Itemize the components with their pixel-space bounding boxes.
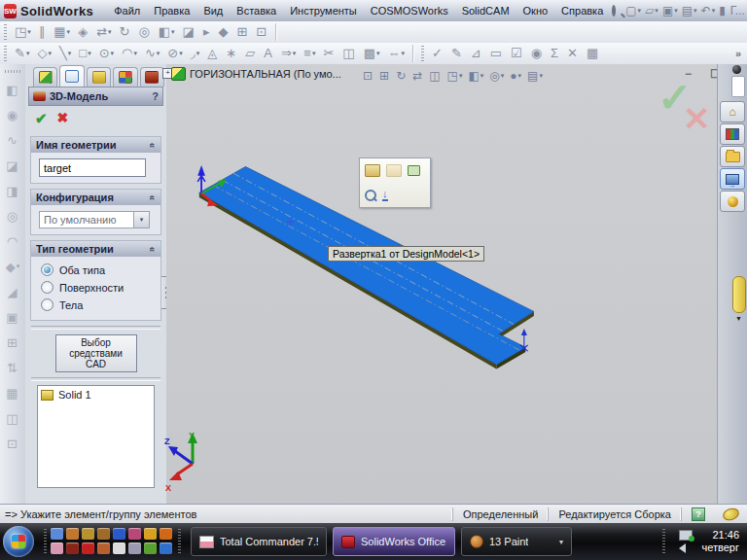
configuration-manager-tab[interactable] [87, 67, 111, 87]
assembly-xpert-icon[interactable]: ⊡ [252, 22, 271, 42]
show-hidden-components-icon[interactable]: ◎ [134, 22, 154, 42]
menu-item[interactable]: Инструменты [283, 2, 364, 19]
menu-item[interactable]: Файл [107, 2, 147, 19]
configuration-select[interactable]: По умолчанию ▾ [39, 211, 150, 228]
text-icon[interactable]: A [260, 44, 277, 63]
normal-to-icon[interactable]: ↓ [382, 190, 388, 201]
radio-surfaces[interactable]: Поверхности [41, 281, 159, 294]
quick-launch-icon[interactable] [82, 542, 94, 554]
reference-geometry-icon[interactable]: ⊡ [7, 431, 18, 456]
shell-icon[interactable]: ▣ [6, 304, 18, 330]
solidworks-resources-button[interactable] [720, 123, 745, 145]
quick-launch-icon[interactable] [144, 528, 157, 540]
property-manager-tab[interactable] [59, 65, 84, 87]
quick-launch-icon[interactable] [128, 542, 141, 554]
feature-manager-tab[interactable] [33, 67, 57, 87]
rotate-view-icon[interactable]: ↻ [393, 66, 409, 86]
zoom-to-fit-icon[interactable]: ⊡ [360, 66, 376, 86]
format-painter-icon[interactable]: ✎ [447, 44, 467, 63]
menu-item[interactable]: Окно [516, 2, 555, 19]
radio-bodies[interactable]: Тела [41, 298, 159, 311]
ok-button[interactable]: ✔ [35, 110, 48, 127]
mirror-icon[interactable]: ◫ [6, 405, 18, 431]
toolbar-overflow-button[interactable]: » [735, 48, 747, 59]
new-document-icon[interactable]: ▢▾ [623, 4, 643, 18]
check-icon[interactable]: ☑ [507, 44, 527, 63]
select-lock-icon[interactable] [408, 165, 420, 176]
insert-component-icon[interactable]: ◳▾ [11, 22, 35, 42]
quick-launch-icon[interactable] [113, 542, 125, 554]
list-item-solid1[interactable]: Solid 1 [41, 389, 151, 401]
appearance-icon[interactable]: ◉ [527, 44, 547, 63]
draft-icon[interactable]: ⇅ [7, 355, 18, 380]
toolbar-grip[interactable] [4, 46, 7, 61]
taskbar-clock[interactable]: 21:46 четверг [702, 529, 747, 554]
addin-tab[interactable] [140, 67, 164, 87]
menu-item[interactable]: Вид [196, 2, 230, 19]
measure-icon[interactable]: ⊿ [467, 44, 486, 63]
quick-launch-icon[interactable] [66, 528, 79, 540]
radio-both-types[interactable]: Оба типа [41, 263, 159, 276]
network-icon[interactable] [679, 530, 693, 541]
plane-icon[interactable]: ▱ [241, 44, 260, 63]
radio-icon[interactable] [41, 281, 53, 294]
linear-sketch-pattern-icon[interactable]: ▩▾ [360, 44, 384, 63]
line-icon[interactable]: ╲▾ [55, 44, 75, 63]
hide-show-items-icon[interactable]: ◎▾ [486, 66, 507, 86]
smart-dimension-icon[interactable]: ◇▾ [33, 44, 55, 63]
quick-tips-icon[interactable]: ? [692, 508, 705, 521]
move-entities-icon[interactable]: ⇔▾ [383, 44, 409, 63]
toolbar-grip[interactable] [4, 24, 7, 40]
cad-select-button[interactable]: Выбор средствами CAD [55, 334, 137, 372]
toolbar-grip[interactable] [421, 46, 424, 61]
collapse-chevron-icon[interactable]: « [148, 194, 159, 200]
radio-icon[interactable] [41, 298, 53, 311]
isolate-icon[interactable] [386, 164, 402, 177]
select-tool-icon[interactable]: ▮ [717, 4, 729, 18]
polygon-icon[interactable]: ◬ [203, 44, 222, 63]
circle-icon[interactable]: ⊙▾ [95, 44, 118, 63]
volume-icon[interactable] [679, 543, 686, 553]
swept-boss-icon[interactable]: ∿ [7, 127, 18, 153]
smart-fasteners-icon[interactable]: ◈ [74, 22, 92, 42]
quick-launch-icon[interactable] [160, 542, 172, 554]
extruded-cut-icon[interactable]: ◨ [6, 178, 18, 203]
ellipse-icon[interactable]: ⊘▾ [163, 44, 186, 63]
solids-listbox[interactable]: Solid 1 [37, 385, 155, 488]
menu-item[interactable]: Справка [554, 2, 610, 19]
task-pane-collapse-arrow[interactable]: ▼ [735, 315, 742, 322]
search-icon[interactable] [612, 5, 616, 17]
lofted-boss-icon[interactable]: ◪ [6, 153, 18, 178]
toolbar-grip[interactable] [5, 70, 20, 73]
sketch-icon[interactable]: ✎▾ [11, 44, 33, 63]
equations-icon[interactable]: Σ [547, 44, 563, 63]
zoom-to-area-icon[interactable]: ⊞ [376, 66, 393, 86]
mate-icon[interactable]: ∥ [35, 22, 51, 42]
design-library-button[interactable] [720, 146, 745, 167]
menu-item[interactable]: COSMOSWorks [364, 2, 455, 19]
menu-item[interactable]: Правка [147, 2, 196, 19]
pan-icon[interactable]: ⇄ [409, 66, 426, 86]
revolved-cut-icon[interactable]: ◎ [7, 203, 18, 228]
swept-cut-icon[interactable]: ◠ [7, 228, 18, 254]
move-component-icon[interactable]: ⇄▾ [92, 22, 115, 42]
extruded-boss-icon[interactable]: ◧ [6, 77, 18, 102]
fillet-icon[interactable]: ◆▾ [6, 254, 20, 279]
radio-icon[interactable] [41, 263, 53, 276]
arc-icon[interactable]: ◠▾ [118, 44, 141, 63]
quick-launch-icon[interactable] [66, 542, 79, 554]
task-pane-splitter-handle[interactable] [732, 276, 746, 313]
pm-help-button[interactable]: ? [152, 90, 159, 102]
geometry-name-input[interactable] [39, 158, 146, 177]
group-header[interactable]: Тип геометрии « [31, 241, 160, 257]
menu-item[interactable]: Вставка [230, 2, 283, 19]
quick-launch-icon[interactable] [97, 528, 110, 540]
dimxpert-tab[interactable] [113, 67, 137, 87]
quick-launch-icon[interactable] [97, 542, 110, 554]
quick-launch-icon[interactable] [51, 542, 63, 554]
section-view-icon[interactable]: ◫ [426, 66, 444, 86]
interference-detection-icon[interactable]: ⊞ [232, 22, 252, 42]
edit-appearance-icon[interactable]: ●▾ [507, 66, 524, 86]
dropdown-arrow-icon[interactable]: ▾ [133, 212, 149, 228]
quick-launch-icon[interactable] [113, 528, 125, 540]
